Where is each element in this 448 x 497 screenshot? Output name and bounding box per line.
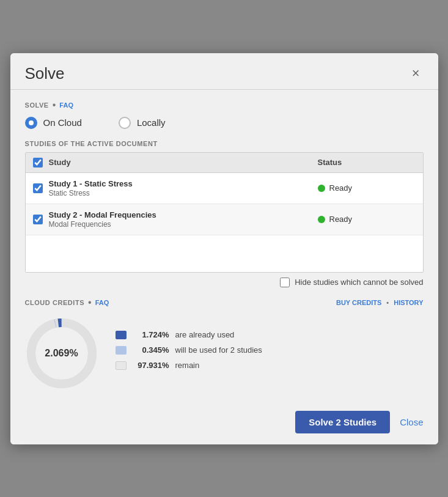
studies-table: Study Status Study 1 - Static Stress Sta… bbox=[25, 152, 424, 273]
legend-item-used: 1.724% are already used bbox=[116, 330, 424, 339]
row-1-status-text: Ready bbox=[329, 183, 353, 193]
dialog-body: SOLVE • FAQ On Cloud Locally STUDIES OF … bbox=[10, 90, 438, 402]
legend-pct-used: 1.724% bbox=[133, 330, 169, 339]
row-1-study-name: Study 1 - Static Stress bbox=[49, 179, 318, 188]
table-row: Study 1 - Static Stress Static Stress Re… bbox=[26, 173, 423, 204]
on-cloud-radio[interactable] bbox=[25, 117, 37, 129]
legend-items: 1.724% are already used 0.345% will be u… bbox=[116, 330, 424, 376]
solve-section: SOLVE • FAQ On Cloud Locally bbox=[25, 100, 424, 129]
on-cloud-label: On Cloud bbox=[43, 117, 82, 128]
legend-bar-used bbox=[116, 331, 127, 339]
solve-faq-link[interactable]: FAQ bbox=[59, 101, 73, 109]
credits-header: CLOUD CREDITS • FAQ BUY CREDITS • HISTOR… bbox=[25, 297, 424, 308]
row-2-study-sub: Modal Frequencies bbox=[49, 220, 318, 229]
table-row: Study 2 - Modal Frequencies Modal Freque… bbox=[26, 204, 423, 235]
row-2-checkbox[interactable] bbox=[33, 215, 43, 224]
locally-option[interactable]: Locally bbox=[119, 117, 166, 129]
table-empty-row bbox=[26, 235, 423, 272]
col-study-header: Study bbox=[49, 158, 318, 167]
locally-label: Locally bbox=[137, 117, 166, 128]
row-1-study-sub: Static Stress bbox=[49, 189, 318, 197]
legend-pct-remain: 97.931% bbox=[133, 361, 169, 370]
status-dot-ready bbox=[318, 185, 325, 192]
status-dot-ready-2 bbox=[318, 216, 325, 223]
credits-label: CLOUD CREDITS bbox=[25, 299, 85, 306]
row-1-study-info: Study 1 - Static Stress Static Stress bbox=[49, 179, 318, 197]
legend-bar-remain bbox=[116, 361, 127, 370]
row-2-study-name: Study 2 - Modal Frequencies bbox=[49, 210, 318, 219]
credits-faq-link[interactable]: FAQ bbox=[95, 299, 109, 306]
legend-desc-willuse: will be used for 2 studies bbox=[175, 345, 262, 355]
row-1-status: Ready bbox=[318, 183, 416, 193]
dialog-header: Solve × bbox=[10, 53, 438, 90]
credits-content: 2.069% 1.724% are already used 0.345% wi… bbox=[25, 317, 424, 390]
hide-studies-checkbox[interactable] bbox=[280, 278, 290, 287]
legend-desc-remain: remain bbox=[175, 361, 200, 370]
credits-left-group: CLOUD CREDITS • FAQ bbox=[25, 297, 109, 308]
legend-desc-used: are already used bbox=[175, 330, 235, 339]
row-2-status-text: Ready bbox=[329, 215, 353, 224]
solve-button[interactable]: Solve 2 Studies bbox=[295, 411, 390, 433]
solve-dialog: Solve × SOLVE • FAQ On Cloud Locally bbox=[10, 53, 438, 444]
table-header: Study Status bbox=[26, 153, 423, 173]
credits-right-group: BUY CREDITS • HISTORY bbox=[336, 299, 424, 306]
footer-close-button[interactable]: Close bbox=[400, 417, 423, 427]
buy-credits-link[interactable]: BUY CREDITS bbox=[336, 299, 381, 306]
legend-item-remain: 97.931% remain bbox=[116, 361, 424, 370]
solve-label: SOLVE bbox=[25, 101, 49, 109]
studies-section: STUDIES OF THE ACTIVE DOCUMENT Study Sta… bbox=[25, 140, 424, 287]
dialog-footer: Solve 2 Studies Close bbox=[10, 402, 438, 444]
row-2-study-info: Study 2 - Modal Frequencies Modal Freque… bbox=[49, 210, 318, 229]
credits-section: CLOUD CREDITS • FAQ BUY CREDITS • HISTOR… bbox=[25, 297, 424, 390]
locally-radio[interactable] bbox=[119, 117, 131, 129]
legend-bar-willuse bbox=[116, 346, 127, 355]
legend-item-willuse: 0.345% will be used for 2 studies bbox=[116, 345, 424, 355]
hide-studies-label: Hide studies which cannot be solved bbox=[295, 278, 423, 287]
row-1-checkbox[interactable] bbox=[33, 183, 43, 193]
donut-label: 2.069% bbox=[45, 348, 78, 359]
solve-options: On Cloud Locally bbox=[25, 117, 424, 129]
header-checkbox[interactable] bbox=[33, 158, 43, 168]
legend-pct-willuse: 0.345% bbox=[133, 345, 169, 355]
on-cloud-option[interactable]: On Cloud bbox=[25, 117, 82, 129]
studies-section-label: STUDIES OF THE ACTIVE DOCUMENT bbox=[25, 140, 424, 147]
history-link[interactable]: HISTORY bbox=[394, 299, 423, 306]
dialog-title: Solve bbox=[25, 64, 65, 83]
donut-chart: 2.069% bbox=[25, 317, 98, 390]
col-status-header: Status bbox=[318, 158, 416, 167]
close-icon[interactable]: × bbox=[408, 65, 424, 81]
row-2-status: Ready bbox=[318, 215, 416, 224]
hide-studies-row: Hide studies which cannot be solved bbox=[25, 278, 424, 287]
